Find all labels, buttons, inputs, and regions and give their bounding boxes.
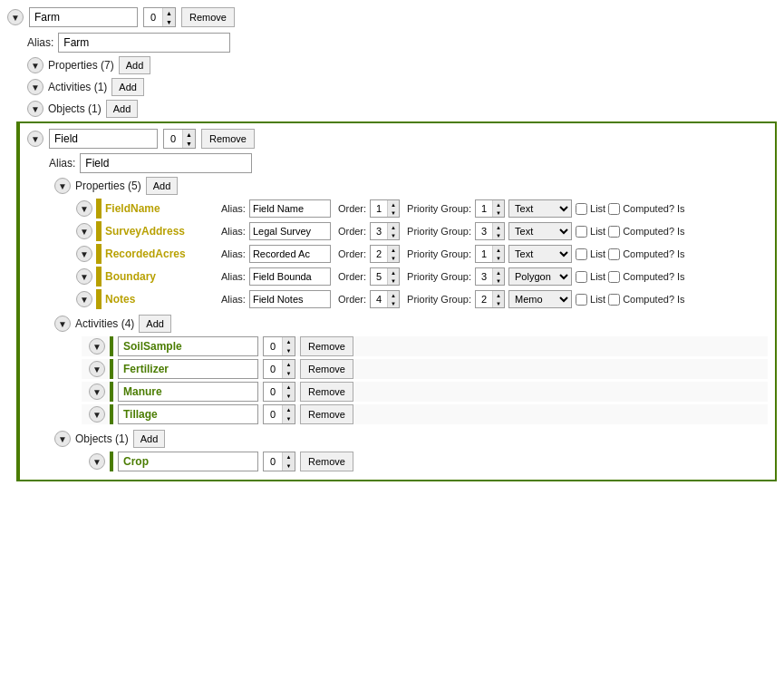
prop-order-value[interactable] [371, 268, 387, 285]
prop-collapse-btn[interactable]: ▼ [76, 291, 92, 307]
activity-order-up[interactable]: ▲ [282, 360, 295, 369]
prop-order-down[interactable]: ▼ [387, 209, 399, 217]
farm-activities-collapse[interactable]: ▼ [27, 79, 44, 95]
prop-order-down[interactable]: ▼ [387, 277, 399, 285]
field-objects-collapse[interactable]: ▼ [54, 431, 71, 447]
field-order-value[interactable] [164, 130, 182, 148]
prop-order-up[interactable]: ▲ [387, 268, 399, 277]
prop-order-down[interactable]: ▼ [387, 254, 399, 262]
prop-computed-checkbox[interactable] [608, 203, 620, 215]
farm-order-down[interactable]: ▼ [162, 17, 175, 26]
prop-type-select[interactable]: TextMemoIntegerDoublePolygonDate [508, 290, 572, 308]
farm-remove-button[interactable]: Remove [181, 7, 235, 27]
field-remove-button[interactable]: Remove [201, 129, 255, 149]
prop-priority-value[interactable] [476, 223, 492, 239]
activity-remove-button[interactable]: Remove [300, 404, 353, 424]
prop-priority-value[interactable] [476, 200, 492, 217]
activity-order-down[interactable]: ▼ [282, 369, 295, 378]
farm-collapse-btn[interactable]: ▼ [7, 9, 24, 25]
activity-order-up[interactable]: ▲ [282, 405, 295, 414]
prop-computed-checkbox[interactable] [608, 271, 620, 283]
prop-order-spinner[interactable]: ▲ ▼ [370, 267, 400, 286]
prop-alias-input[interactable] [249, 222, 331, 240]
prop-priority-spinner[interactable]: ▲ ▼ [475, 290, 505, 308]
field-order-spinner[interactable]: ▲ ▼ [163, 129, 196, 149]
prop-order-spinner[interactable]: ▲ ▼ [370, 199, 400, 218]
field-alias-input[interactable] [80, 153, 252, 173]
activity-order-value[interactable] [264, 405, 282, 423]
activity-remove-button[interactable]: Remove [300, 382, 353, 402]
activity-collapse-btn[interactable]: ▼ [89, 361, 105, 377]
prop-order-spinner[interactable]: ▲ ▼ [370, 245, 400, 263]
activity-order-spinner[interactable]: ▲ ▼ [263, 336, 295, 356]
activity-name-input[interactable] [118, 359, 258, 379]
activity-collapse-btn[interactable]: ▼ [89, 338, 105, 355]
activity-name-input[interactable] [118, 336, 258, 356]
prop-priority-up[interactable]: ▲ [492, 246, 504, 254]
prop-priority-up[interactable]: ▲ [492, 223, 504, 231]
prop-priority-down[interactable]: ▼ [492, 254, 504, 262]
activity-order-spinner[interactable]: ▲ ▼ [263, 359, 295, 379]
field-order-down[interactable]: ▼ [182, 139, 195, 148]
prop-type-select[interactable]: TextMemoIntegerDoublePolygonDate [508, 199, 572, 218]
prop-order-down[interactable]: ▼ [387, 299, 399, 307]
activity-order-up[interactable]: ▲ [282, 383, 295, 392]
prop-computed-checkbox[interactable] [608, 226, 620, 238]
prop-priority-spinner[interactable]: ▲ ▼ [475, 267, 505, 286]
prop-list-checkbox[interactable] [576, 248, 587, 260]
activity-order-value[interactable] [264, 337, 282, 355]
prop-order-value[interactable] [371, 291, 387, 307]
prop-alias-input[interactable] [249, 199, 331, 218]
prop-priority-down[interactable]: ▼ [492, 299, 504, 307]
field-collapse-btn[interactable]: ▼ [27, 131, 44, 147]
prop-order-spinner[interactable]: ▲ ▼ [370, 290, 400, 308]
prop-list-checkbox[interactable] [576, 203, 587, 215]
activity-order-value[interactable] [264, 360, 282, 378]
activity-order-up[interactable]: ▲ [282, 337, 295, 346]
prop-priority-spinner[interactable]: ▲ ▼ [475, 199, 505, 218]
object-order-down[interactable]: ▼ [282, 461, 295, 471]
farm-objects-add-button[interactable]: Add [106, 100, 139, 118]
field-order-up[interactable]: ▲ [182, 130, 195, 139]
farm-order-spinner[interactable]: ▲ ▼ [143, 7, 176, 27]
prop-priority-down[interactable]: ▼ [492, 277, 504, 285]
field-properties-collapse[interactable]: ▼ [54, 178, 71, 194]
prop-collapse-btn[interactable]: ▼ [76, 200, 92, 217]
prop-list-checkbox[interactable] [576, 226, 587, 238]
prop-alias-input[interactable] [249, 267, 331, 286]
prop-priority-spinner[interactable]: ▲ ▼ [475, 245, 505, 263]
prop-order-spinner[interactable]: ▲ ▼ [370, 222, 400, 240]
farm-order-value[interactable] [144, 8, 162, 26]
farm-name-input[interactable] [29, 7, 138, 27]
activity-remove-button[interactable]: Remove [300, 359, 353, 379]
object-remove-button[interactable]: Remove [300, 452, 353, 471]
activity-order-spinner[interactable]: ▲ ▼ [263, 404, 295, 424]
activity-collapse-btn[interactable]: ▼ [89, 406, 105, 423]
prop-order-down[interactable]: ▼ [387, 231, 399, 239]
object-order-spinner[interactable]: ▲ ▼ [263, 452, 295, 471]
prop-order-up[interactable]: ▲ [387, 291, 399, 299]
farm-activities-add-button[interactable]: Add [111, 78, 144, 96]
prop-collapse-btn[interactable]: ▼ [76, 223, 92, 239]
object-collapse-btn[interactable]: ▼ [89, 453, 105, 470]
farm-properties-collapse[interactable]: ▼ [27, 57, 44, 73]
farm-objects-collapse[interactable]: ▼ [27, 101, 44, 117]
activity-order-down[interactable]: ▼ [282, 414, 295, 423]
prop-priority-spinner[interactable]: ▲ ▼ [475, 222, 505, 240]
prop-order-up[interactable]: ▲ [387, 246, 399, 254]
activity-order-down[interactable]: ▼ [282, 392, 295, 401]
activity-order-value[interactable] [264, 383, 282, 401]
prop-priority-down[interactable]: ▼ [492, 231, 504, 239]
prop-type-select[interactable]: TextMemoIntegerDoublePolygonDate [508, 245, 572, 263]
prop-alias-input[interactable] [249, 290, 331, 308]
field-name-input[interactable] [49, 129, 158, 149]
prop-collapse-btn[interactable]: ▼ [76, 268, 92, 285]
object-name-input[interactable] [118, 452, 258, 471]
farm-order-up[interactable]: ▲ [162, 8, 175, 17]
activity-order-down[interactable]: ▼ [282, 346, 295, 355]
prop-collapse-btn[interactable]: ▼ [76, 246, 92, 262]
object-order-value[interactable] [264, 452, 282, 471]
farm-properties-add-button[interactable]: Add [119, 56, 151, 74]
prop-priority-value[interactable] [476, 291, 492, 307]
prop-priority-value[interactable] [476, 268, 492, 285]
